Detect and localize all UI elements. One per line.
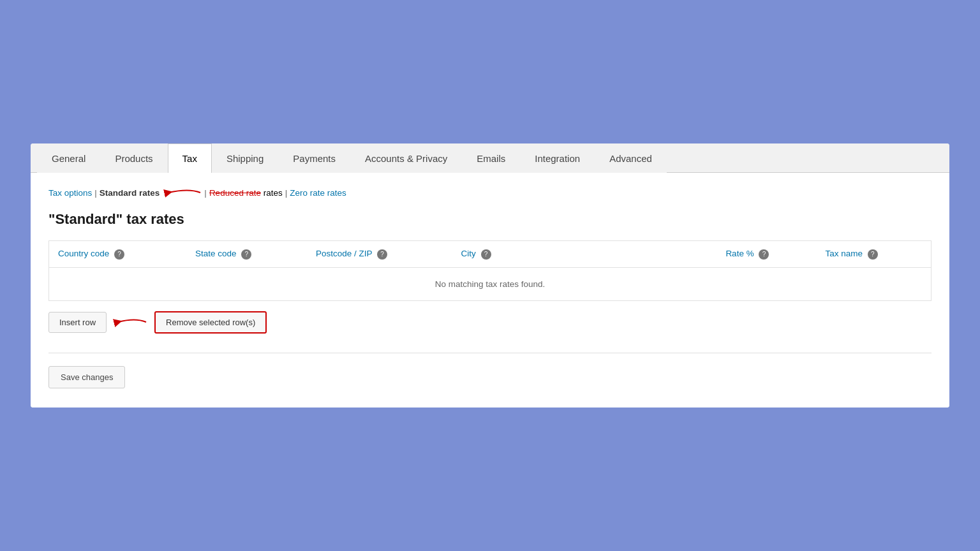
annotation-arrow-1	[163, 186, 202, 200]
help-icon-rate[interactable]: ?	[759, 249, 769, 260]
table-header-row: Country code ? State code ? Postcode / Z…	[49, 241, 932, 267]
col-state-code: State code ?	[186, 241, 307, 267]
empty-message: No matching tax rates found.	[49, 267, 932, 300]
breadcrumb-sep-3: |	[285, 188, 288, 198]
breadcrumb-reduced-suffix: rates	[261, 188, 283, 198]
help-icon-country-code[interactable]: ?	[114, 249, 124, 260]
tax-rates-table: Country code ? State code ? Postcode / Z…	[48, 240, 932, 300]
insert-row-button[interactable]: Insert row	[48, 312, 107, 333]
annotation-arrow-2	[113, 314, 148, 330]
breadcrumb: Tax options | Standard rates | Reduced r…	[48, 186, 932, 200]
breadcrumb-sep-1: |	[94, 188, 97, 198]
action-buttons: Insert row Remove selected row(s)	[48, 311, 932, 334]
settings-panel: General Products Tax Shipping Payments A…	[31, 143, 949, 407]
save-area: Save changes	[48, 353, 932, 388]
tab-advanced[interactable]: Advanced	[595, 143, 667, 173]
help-icon-state-code[interactable]: ?	[241, 249, 251, 260]
tab-payments[interactable]: Payments	[278, 143, 350, 173]
content-area: Tax options | Standard rates | Reduced r…	[31, 173, 949, 407]
tab-emails[interactable]: Emails	[462, 143, 520, 173]
breadcrumb-zero-rates[interactable]: Zero rate rates	[290, 188, 346, 198]
tab-products[interactable]: Products	[100, 143, 167, 173]
breadcrumb-standard-rates: Standard rates	[100, 188, 160, 198]
col-postcode-zip: Postcode / ZIP ?	[307, 241, 452, 267]
col-rate-percent: Rate % ?	[716, 241, 816, 267]
tab-tax[interactable]: Tax	[168, 143, 212, 173]
section-title: "Standard" tax rates	[48, 211, 932, 228]
remove-selected-button[interactable]: Remove selected row(s)	[154, 311, 267, 334]
breadcrumb-tax-options[interactable]: Tax options	[48, 188, 92, 198]
breadcrumb-reduced-rates: Reduced rate	[209, 188, 261, 198]
help-icon-city[interactable]: ?	[481, 249, 491, 260]
col-country-code: Country code ?	[49, 241, 186, 267]
tab-general[interactable]: General	[37, 143, 100, 173]
col-city: City ?	[452, 241, 716, 267]
tab-integration[interactable]: Integration	[520, 143, 595, 173]
help-icon-postcode[interactable]: ?	[377, 249, 387, 260]
help-icon-tax-name[interactable]: ?	[868, 249, 878, 260]
save-changes-button[interactable]: Save changes	[48, 366, 125, 388]
tab-shipping[interactable]: Shipping	[212, 143, 278, 173]
tab-bar: General Products Tax Shipping Payments A…	[31, 143, 949, 173]
table-empty-row: No matching tax rates found.	[49, 267, 932, 300]
breadcrumb-sep-2: |	[204, 188, 207, 198]
col-tax-name: Tax name ?	[816, 241, 931, 267]
tab-accounts-privacy[interactable]: Accounts & Privacy	[350, 143, 462, 173]
